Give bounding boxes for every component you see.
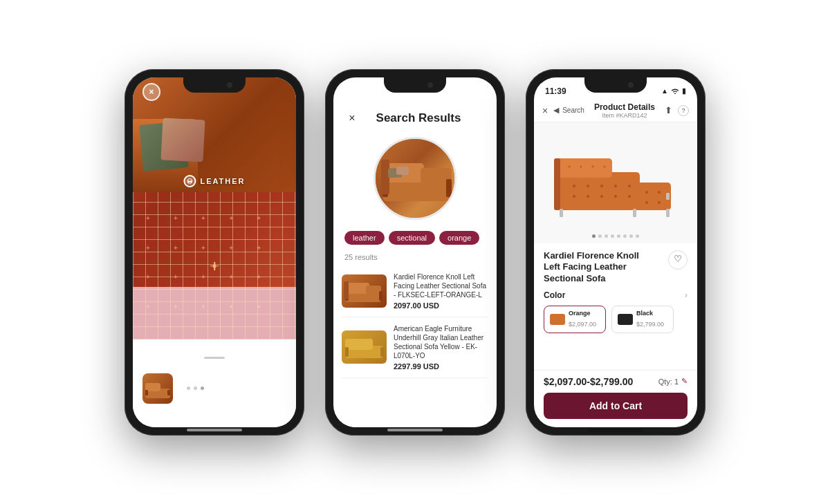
tag-leather[interactable]: leather xyxy=(344,231,385,245)
svg-rect-46 xyxy=(666,193,670,200)
svg-rect-22 xyxy=(557,172,640,210)
svg-point-29 xyxy=(573,195,575,198)
svg-rect-13 xyxy=(345,283,369,294)
search-result-image xyxy=(374,137,456,220)
ar-label: LEATHER xyxy=(183,175,245,187)
add-to-cart-button[interactable]: Add to Cart xyxy=(544,393,688,419)
result-item-1-name: Kardiel Florence Knoll Left Facing Leath… xyxy=(394,272,488,299)
ar-loading-indicator xyxy=(187,386,204,390)
ar-grid-overlay: + + + + + + + + + + + + + + + xyxy=(133,192,296,339)
product-nav-bar: × ◀ Search Product Details Item #KARD142… xyxy=(534,100,697,122)
product-close-button[interactable]: × xyxy=(542,105,548,116)
product-sofa-image xyxy=(543,138,688,227)
dot-2 xyxy=(598,234,602,238)
signal-icon: ▲ xyxy=(661,87,668,95)
product-item-id: Item #KARD142 xyxy=(584,112,665,119)
color-option-orange[interactable]: Orange $2,097.00 xyxy=(544,306,606,333)
price-row: $2,097.00-$2,799.00 Qty: 1 ✎ xyxy=(544,376,688,387)
wishlist-button[interactable]: ♡ xyxy=(668,250,688,270)
result-item-2-name: American Eagle Furniture Underhill Gray … xyxy=(394,324,488,360)
search-results-view: × Search Results xyxy=(333,77,497,427)
color-info-black: Black $2,799.00 xyxy=(636,310,664,329)
svg-rect-21 xyxy=(380,347,384,357)
svg-rect-23 xyxy=(557,158,612,178)
svg-point-24 xyxy=(573,185,575,187)
svg-rect-43 xyxy=(560,209,563,217)
home-indicator-3 xyxy=(588,429,643,431)
quantity-edit-icon[interactable]: ✎ xyxy=(681,377,688,386)
results-count: 25 results xyxy=(333,250,497,265)
svg-point-30 xyxy=(587,195,589,198)
search-sofa-svg xyxy=(376,139,456,220)
search-image-area xyxy=(333,131,497,225)
product-details-view: 11:39 ▲ ▮ × ◀ Search xyxy=(534,77,697,427)
dot-3 xyxy=(605,234,608,238)
ar-close-icon: × xyxy=(149,87,154,97)
result-item-1-image xyxy=(342,274,387,308)
tag-orange[interactable]: orange xyxy=(439,231,479,245)
ar-close-button[interactable]: × xyxy=(142,83,160,101)
color-option-black[interactable]: Black $2,799.00 xyxy=(611,306,674,333)
wifi-icon xyxy=(671,87,679,95)
help-icon[interactable]: ? xyxy=(678,105,689,116)
battery-icon: ▮ xyxy=(682,86,686,95)
phone-2-screen: × Search Results xyxy=(333,77,497,427)
svg-point-31 xyxy=(600,195,603,198)
svg-rect-17 xyxy=(344,281,349,299)
item-2-sofa-svg xyxy=(342,330,387,364)
result-item-1[interactable]: Kardiel Florence Knoll Left Facing Leath… xyxy=(342,265,488,317)
price-range: $2,097.00-$2,799.00 xyxy=(544,376,633,387)
result-item-2-price: 2297.99 USD xyxy=(394,362,488,371)
ar-product-thumbnail[interactable] xyxy=(142,373,173,404)
phone-1-ar: + + + + + + + + + + + + + + + xyxy=(124,69,304,436)
product-nav-title-main: Product Details xyxy=(584,102,665,112)
svg-point-42 xyxy=(658,201,661,204)
result-item-1-price: 2097.00 USD xyxy=(394,301,488,310)
ar-top-bar: × xyxy=(133,77,296,106)
color-price-orange: $2,097.00 xyxy=(569,321,596,328)
search-results-title: Search Results xyxy=(367,111,470,125)
tag-sectional[interactable]: sectional xyxy=(389,231,435,245)
ar-bottom-panel xyxy=(133,350,296,427)
search-image-inner xyxy=(376,139,454,218)
phone-3-product: 11:39 ▲ ▮ × ◀ Search xyxy=(526,69,706,436)
product-image-area xyxy=(534,122,697,243)
svg-point-41 xyxy=(645,201,648,204)
share-icon[interactable]: ⬆ xyxy=(665,105,672,116)
color-swatch-black xyxy=(618,314,633,325)
svg-point-40 xyxy=(658,191,661,194)
ar-loading-dot-2 xyxy=(194,386,197,390)
ar-dot-inner xyxy=(187,178,192,184)
status-time: 11:39 xyxy=(545,86,566,96)
results-list: Kardiel Florence Knoll Left Facing Leath… xyxy=(333,265,497,427)
search-close-button[interactable]: × xyxy=(344,111,360,126)
color-chevron-icon: › xyxy=(685,290,688,300)
quantity-row: Qty: 1 ✎ xyxy=(658,377,688,386)
svg-point-25 xyxy=(587,185,589,187)
svg-point-36 xyxy=(592,166,594,168)
color-name-orange: Orange xyxy=(569,310,596,317)
svg-point-33 xyxy=(628,195,631,198)
ar-loading-dot-3 xyxy=(201,386,204,390)
dot-8 xyxy=(636,234,639,238)
svg-rect-14 xyxy=(366,286,381,294)
dot-4 xyxy=(611,234,614,238)
result-item-2[interactable]: American Eagle Furniture Underhill Gray … xyxy=(342,317,488,378)
ar-pillow-2 xyxy=(161,118,205,162)
svg-point-35 xyxy=(580,166,582,168)
ar-leather-label: LEATHER xyxy=(200,177,245,185)
ar-label-indicator xyxy=(183,175,196,187)
svg-point-26 xyxy=(600,185,603,187)
item-1-sofa-svg xyxy=(342,274,387,308)
phones-container: + + + + + + + + + + + + + + + xyxy=(111,55,719,449)
phone-1-screen: + + + + + + + + + + + + + + + xyxy=(133,77,296,427)
product-title: Kardiel Florence Knoll Left Facing Leath… xyxy=(544,250,654,286)
dot-6 xyxy=(623,234,627,238)
back-to-search[interactable]: ◀ Search xyxy=(553,106,584,115)
product-name-row: Kardiel Florence Knoll Left Facing Leath… xyxy=(544,250,688,286)
svg-rect-38 xyxy=(633,183,671,210)
phone-2-search: × Search Results xyxy=(325,69,505,436)
color-options: Orange $2,097.00 Black $2,799.00 xyxy=(544,306,688,333)
product-nav-actions: ⬆ ? xyxy=(665,105,689,116)
status-icons: ▲ ▮ xyxy=(661,86,686,95)
